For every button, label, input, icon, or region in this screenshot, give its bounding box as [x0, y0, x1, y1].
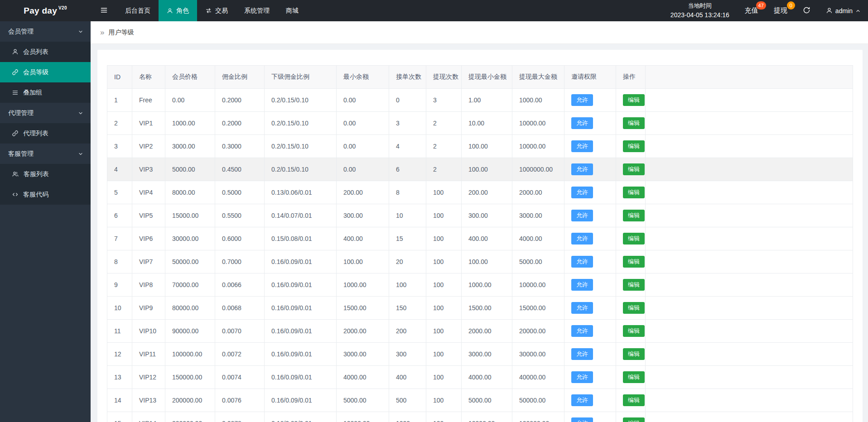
- invite-allow-button[interactable]: 允许: [571, 210, 593, 221]
- table-cell: VIP1: [132, 112, 165, 135]
- table-cell: 0.0072: [215, 343, 265, 366]
- edit-button[interactable]: 编辑: [623, 94, 645, 106]
- edit-button[interactable]: 编辑: [623, 140, 645, 152]
- table-cell: 100: [389, 273, 426, 297]
- tab-label: 系统管理: [244, 7, 270, 15]
- logo: Pay day V20: [0, 0, 91, 21]
- tab-system[interactable]: 系统管理: [236, 0, 278, 21]
- invite-allow-button[interactable]: 允许: [571, 325, 593, 337]
- invite-allow-button[interactable]: 允许: [571, 233, 593, 245]
- sidebar-item-member-management[interactable]: 会员管理: [0, 21, 91, 42]
- sidebar-item-cs-list[interactable]: 客服列表: [0, 164, 91, 184]
- edit-button[interactable]: 编辑: [623, 417, 645, 422]
- table-row: 6VIP515000.000.55000.14/0.07/0.01300.001…: [107, 204, 853, 227]
- table-cell: 5: [107, 181, 132, 204]
- sidebar-item-cs-code[interactable]: 客服代码: [0, 184, 91, 205]
- tab-mall[interactable]: 商城: [278, 0, 307, 21]
- table-cell: 100000.00: [165, 343, 215, 366]
- invite-allow-button[interactable]: 允许: [571, 140, 593, 152]
- table-cell: 3000.00: [512, 204, 564, 227]
- sidebar-item-overlay-group[interactable]: 叠加组: [0, 82, 91, 103]
- table-cell: 3: [107, 135, 132, 158]
- sidebar-item-agent-management[interactable]: 代理管理: [0, 103, 91, 123]
- table-cell: 0.6000: [215, 227, 265, 250]
- sidebar-item-label: 代理列表: [23, 129, 48, 138]
- edit-button[interactable]: 编辑: [623, 163, 645, 175]
- invite-permission-cell: 允许: [564, 204, 616, 227]
- invite-allow-button[interactable]: 允许: [571, 187, 593, 198]
- table-cell: VIP13: [132, 389, 165, 412]
- action-cell: 编辑: [616, 366, 646, 389]
- invite-allow-button[interactable]: 允许: [571, 279, 593, 291]
- edit-button[interactable]: 编辑: [623, 279, 645, 291]
- table-cell: VIP8: [132, 273, 165, 297]
- invite-allow-button[interactable]: 允许: [571, 117, 593, 129]
- table-cell: 10000.00: [512, 112, 564, 135]
- edit-button[interactable]: 编辑: [623, 371, 645, 383]
- column-header: 下级佣金比例: [265, 66, 337, 89]
- table-row: 7VIP630000.000.60000.15/0.08/0.01400.001…: [107, 227, 853, 250]
- edit-button[interactable]: 编辑: [623, 187, 645, 198]
- table-cell: 1000.00: [512, 89, 564, 112]
- edit-button[interactable]: 编辑: [623, 117, 645, 129]
- table-cell: 20000.00: [512, 320, 564, 343]
- action-cell: 编辑: [616, 273, 646, 297]
- table-card: ID名称会员价格佣金比例下级佣金比例最小余额接单次数提现次数提现最小金额提现最大…: [97, 50, 863, 422]
- menu-toggle-button[interactable]: [91, 0, 117, 21]
- table-cell: 100000.00: [512, 412, 564, 422]
- table-cell: 0.00: [337, 89, 389, 112]
- code-icon: [12, 191, 19, 198]
- invite-allow-button[interactable]: 允许: [571, 163, 593, 175]
- breadcrumb: » 用户等级: [91, 21, 868, 44]
- edit-button[interactable]: 编辑: [623, 302, 645, 314]
- sidebar-item-agent-list[interactable]: 代理列表: [0, 123, 91, 144]
- invite-allow-button[interactable]: 允许: [571, 417, 593, 422]
- table-cell: 1000000.00: [512, 158, 564, 181]
- table-cell: 9: [107, 273, 132, 297]
- withdraw-link[interactable]: 提现 0: [774, 6, 787, 15]
- table-cell-filler: [646, 297, 853, 320]
- edit-button[interactable]: 编辑: [623, 256, 645, 268]
- table-cell: 7: [107, 227, 132, 250]
- edit-button[interactable]: 编辑: [623, 348, 645, 360]
- table-cell: 12: [107, 343, 132, 366]
- tab-role[interactable]: 角色: [159, 0, 197, 21]
- table-cell: 1500.00: [337, 297, 389, 320]
- invite-allow-button[interactable]: 允许: [571, 394, 593, 406]
- action-cell: 编辑: [616, 343, 646, 366]
- tab-trade[interactable]: 交易: [197, 0, 236, 21]
- table-cell: 2: [107, 112, 132, 135]
- table-cell: 0.00: [165, 89, 215, 112]
- invite-allow-button[interactable]: 允许: [571, 302, 593, 314]
- invite-allow-button[interactable]: 允许: [571, 348, 593, 360]
- invite-allow-button[interactable]: 允许: [571, 371, 593, 383]
- table-cell-filler: [646, 204, 853, 227]
- sidebar-item-member-list[interactable]: 会员列表: [0, 42, 91, 62]
- recharge-link[interactable]: 充值 47: [745, 6, 758, 15]
- table-cell: 100.00: [462, 158, 512, 181]
- topbar-right: 当地时间 2023-04-05 13:24:16 充值 47 提现 0: [670, 0, 868, 21]
- logo-text: Pay day: [24, 6, 57, 16]
- table-cell: 150000.00: [165, 366, 215, 389]
- edit-button[interactable]: 编辑: [623, 210, 645, 221]
- edit-button[interactable]: 编辑: [623, 325, 645, 337]
- sidebar-item-cs-management[interactable]: 客服管理: [0, 144, 91, 164]
- edit-button[interactable]: 编辑: [623, 233, 645, 245]
- table-cell: 15: [107, 412, 132, 422]
- invite-permission-cell: 允许: [564, 135, 616, 158]
- table-cell-filler: [646, 273, 853, 297]
- table-cell: 0.2000: [215, 89, 265, 112]
- refresh-button[interactable]: [803, 6, 810, 15]
- action-cell: 编辑: [616, 412, 646, 422]
- sidebar-item-member-level[interactable]: 会员等级: [0, 62, 91, 82]
- sidebar-item-label: 叠加组: [23, 89, 42, 97]
- sidebar-item-label: 会员等级: [23, 68, 48, 77]
- table-cell: 20: [389, 250, 426, 273]
- table-cell-filler: [646, 250, 853, 273]
- invite-allow-button[interactable]: 允许: [571, 94, 593, 106]
- tab-dashboard[interactable]: 后台首页: [117, 0, 159, 21]
- invite-allow-button[interactable]: 允许: [571, 256, 593, 268]
- user-menu[interactable]: admin: [826, 7, 861, 14]
- app: Pay day V20 会员管理 会员列表 会员等级: [0, 0, 868, 422]
- edit-button[interactable]: 编辑: [623, 394, 645, 406]
